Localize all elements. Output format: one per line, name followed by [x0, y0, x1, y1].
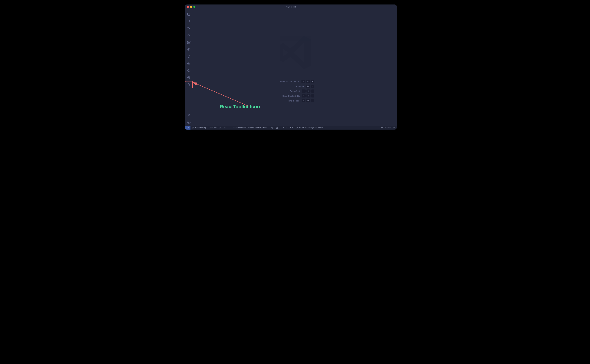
svg-rect-5	[188, 41, 189, 42]
svg-point-2	[188, 29, 188, 30]
svg-rect-6	[188, 43, 189, 44]
welcome-action-label: Open Copilot Edits	[276, 95, 300, 97]
svg-point-16	[188, 122, 189, 123]
status-conflicts[interactable]: 1	[281, 126, 288, 130]
key: ⇧	[302, 99, 305, 102]
svg-rect-7	[189, 43, 190, 44]
search-icon[interactable]	[185, 18, 193, 25]
welcome-action: Open Chat ⌃ ⌘ I	[275, 90, 314, 93]
zoom-window-button[interactable]	[193, 6, 195, 8]
svg-point-27	[290, 128, 291, 128]
key: ⌘	[306, 90, 311, 93]
svg-point-32	[394, 128, 394, 128]
status-pr[interactable]: juliencrn/usehooks-ts#652 needs reviewer…	[227, 126, 270, 130]
status-go-live[interactable]: Go Live	[381, 126, 390, 130]
svg-point-31	[393, 128, 394, 128]
welcome-action: Go to File ⌘ P	[275, 85, 314, 88]
git-graph-icon[interactable]	[185, 46, 193, 53]
svg-point-21	[225, 127, 225, 127]
remote-indicator[interactable]	[185, 126, 190, 130]
svg-point-9	[188, 49, 189, 50]
key: ⌘	[306, 94, 311, 98]
key: ⌘	[306, 85, 310, 88]
extensions-icon[interactable]	[185, 39, 193, 46]
svg-point-23	[229, 127, 229, 127]
welcome-action-label: Show All Commands	[275, 80, 299, 83]
svg-point-24	[229, 128, 229, 128]
svg-point-15	[188, 114, 189, 115]
welcome-action: Show All Commands ⇧ ⌘ P	[275, 80, 314, 83]
titlebar: react-toolkit	[185, 5, 397, 9]
svg-rect-30	[393, 127, 395, 128]
activity-bar	[185, 9, 193, 126]
key: ⌘	[306, 80, 310, 83]
svg-rect-14	[189, 63, 189, 63]
status-run-extension[interactable]: Run Extension (react-toolkit)	[295, 126, 324, 130]
welcome-shortcuts: Show All Commands ⇧ ⌘ P Go to File ⌘ P	[275, 80, 314, 102]
status-copilot-icon[interactable]	[393, 126, 395, 130]
window-controls	[187, 6, 195, 8]
svg-point-25	[230, 128, 230, 128]
key: ⌃	[302, 90, 306, 93]
react-toolkit-icon[interactable]	[185, 81, 193, 88]
svg-point-1	[188, 27, 188, 28]
welcome-action-label: Open Chat	[276, 90, 300, 92]
minimize-window-button[interactable]	[190, 6, 192, 8]
status-problems[interactable]: 0 0	[270, 126, 281, 130]
key: I	[311, 90, 314, 93]
svg-rect-13	[188, 63, 188, 63]
window-title: react-toolkit	[185, 6, 397, 8]
copilot-icon[interactable]	[185, 53, 193, 60]
annotation-label: ReactToolkit Icon	[220, 104, 260, 109]
status-gitlens[interactable]	[222, 126, 227, 130]
run-debug-icon[interactable]	[185, 32, 193, 39]
welcome-action-label: Find in Files	[275, 100, 299, 102]
status-pr-label: juliencrn/usehooks-ts#652 needs reviewer…	[232, 127, 268, 129]
key: I	[311, 94, 314, 98]
vscode-logo-watermark	[274, 32, 316, 74]
status-warnings-count: 0	[279, 127, 280, 129]
status-ports-count: 0	[292, 127, 294, 129]
close-window-button[interactable]	[187, 6, 189, 8]
status-errors-count: 0	[274, 127, 275, 129]
svg-point-18	[192, 128, 192, 128]
svg-point-28	[297, 127, 298, 128]
explorer-icon[interactable]	[185, 11, 193, 18]
svg-point-17	[192, 127, 192, 127]
welcome-action-label: Go to File	[280, 85, 304, 88]
key: F	[311, 99, 314, 102]
accounts-icon[interactable]	[185, 112, 193, 119]
vscode-window: react-toolkit	[185, 5, 397, 130]
status-go-live-label: Go Live	[384, 127, 390, 129]
sync-icon	[219, 127, 221, 129]
docker-icon[interactable]	[185, 60, 193, 67]
status-runner-label: Run Extension (react-toolkit)	[299, 127, 323, 129]
svg-point-29	[382, 128, 382, 128]
remote-explorer-icon[interactable]	[185, 67, 193, 74]
key: P	[311, 80, 314, 83]
status-branch-label: feat/releasing-version-1.0.0	[195, 127, 218, 129]
svg-rect-8	[189, 41, 190, 42]
key: ⇧	[302, 94, 306, 98]
settings-icon[interactable]	[185, 119, 193, 126]
welcome-action: Open Copilot Edits ⇧ ⌘ I	[275, 94, 314, 98]
source-control-icon[interactable]	[185, 25, 193, 32]
package-icon[interactable]	[185, 74, 193, 81]
svg-point-4	[188, 34, 189, 36]
key: P	[311, 85, 314, 88]
welcome-action: Find in Files ⇧ ⌘ F	[275, 99, 314, 102]
status-bar: feat/releasing-version-1.0.0 juliencrn/u…	[185, 126, 397, 130]
status-branch[interactable]: feat/releasing-version-1.0.0	[190, 126, 222, 130]
key: ⇧	[301, 80, 305, 83]
svg-point-19	[193, 127, 194, 127]
key: ⌘	[306, 99, 310, 102]
svg-point-20	[224, 127, 224, 127]
status-ports[interactable]: 0	[288, 126, 295, 130]
svg-point-0	[188, 20, 190, 22]
status-conflicts-count: 1	[286, 127, 287, 129]
